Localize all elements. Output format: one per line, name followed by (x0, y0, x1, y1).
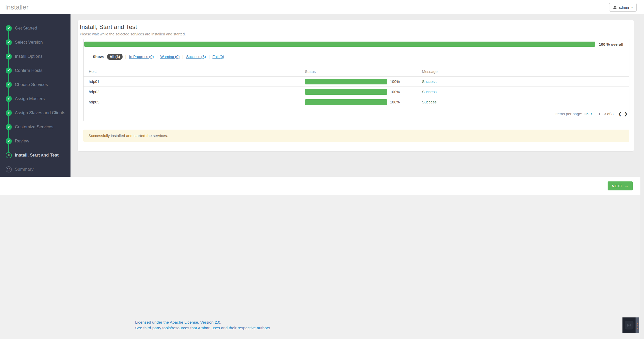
table-row: hdp01 100% Success (84, 76, 629, 87)
host-progress-percent: 100% (390, 79, 400, 84)
filter-item: Warning (0) (154, 55, 179, 59)
host-progress-percent: 100% (390, 90, 400, 94)
scrollbar-track[interactable] (640, 14, 644, 339)
step-status-icon: ✔ (6, 53, 12, 60)
overall-progress-bar (84, 42, 595, 47)
overall-progress-label: 100 % overall (599, 42, 628, 46)
step-label: Summary (15, 167, 34, 172)
host-progress-fill (305, 99, 387, 105)
status-cell: 100% (305, 79, 422, 84)
next-button[interactable]: NEXT → (608, 181, 633, 190)
message-link[interactable]: Success (422, 90, 437, 94)
step-badge: ✔ (7, 111, 10, 115)
step-badge: ✔ (7, 69, 10, 72)
sidebar-step: ✔ Assign Masters (0, 92, 71, 106)
step-label: Confirm Hosts (15, 68, 43, 73)
filter-link[interactable]: Warning (0) (160, 55, 179, 59)
filter-item: Fail (0) (206, 55, 224, 59)
next-button-label: NEXT (612, 184, 622, 188)
message-cell: Success (422, 100, 628, 104)
host-progress-fill (305, 89, 387, 95)
sidebar-step: ✔ Assign Slaves and Clients (0, 106, 71, 120)
step-status-icon: ✔ (6, 96, 12, 102)
caret-down-icon: ▾ (591, 112, 592, 115)
step-label: Assign Slaves and Clients (15, 110, 65, 115)
table-row: hdp02 100% Success (84, 87, 629, 97)
filter-row: Show: All (3) In Progress (0) Warning (0… (84, 51, 629, 62)
message-cell: Success (422, 90, 628, 94)
step-status-icon: ✔ (6, 67, 12, 74)
top-bar: Installer admin ▾ (0, 0, 644, 14)
step-label: Choose Services (15, 82, 48, 87)
step-label: Customize Services (15, 124, 53, 130)
sidebar-step: ✔ Choose Services (0, 78, 71, 92)
host-cell: hdp02 (89, 90, 305, 94)
dot-icon (637, 323, 638, 324)
arrow-right-icon: → (624, 183, 629, 189)
user-menu-button[interactable]: admin ▾ (609, 3, 637, 12)
dot-icon (637, 325, 638, 326)
filter-link[interactable]: Fail (0) (213, 55, 224, 59)
step-badge: ✔ (7, 125, 10, 129)
skip-media-icon (625, 321, 633, 330)
sidebar-step: 9 Install, Start and Test (0, 148, 71, 162)
step-badge: ✔ (7, 40, 10, 44)
dot-icon (637, 328, 638, 329)
page-size-select[interactable]: 25 ▾ (584, 112, 592, 116)
sidebar-step: ✔ Install Options (0, 49, 71, 63)
previous-page-button[interactable]: ❮ (618, 111, 621, 116)
filter-list: All (3) In Progress (0) Warning (0) Succ… (107, 54, 224, 60)
progress-panel: 100 % overall Show: All (3) In Progress … (83, 39, 629, 121)
step-badge: 9 (8, 153, 10, 157)
pip-overlay-widget[interactable] (622, 317, 639, 333)
page-size-value: 25 (584, 112, 589, 116)
page-subtitle: Please wait while the selected services … (80, 32, 634, 36)
step-status-icon: ✔ (6, 39, 12, 45)
filter-caption: Show: (93, 55, 104, 59)
card-header: Install, Start and Test Please wait whil… (78, 20, 634, 36)
success-alert: Successfully installed and started the s… (83, 130, 629, 142)
step-label: Select Version (15, 40, 43, 45)
step-badge: 10 (7, 168, 10, 171)
filter-item: All (3) (107, 54, 123, 60)
user-name: admin (619, 5, 629, 9)
table-header: Host Status Message (84, 62, 629, 76)
pagination-bar: Items per page: 25 ▾ 1 - 3 of 3 ❮ ❯ (84, 107, 629, 120)
caret-down-icon: ▾ (631, 6, 633, 9)
step-status-icon: ✔ (6, 124, 12, 130)
thirdparty-link[interactable]: See third-party tools/resources that Amb… (135, 325, 270, 331)
column-header-host: Host (89, 69, 305, 74)
host-progress-bar (305, 89, 387, 95)
step-label: Install, Start and Test (15, 153, 59, 158)
sidebar-step: ✔ Get Started (0, 21, 71, 35)
step-badge: ✔ (7, 97, 10, 101)
pip-side-strip (636, 317, 639, 333)
message-cell: Success (422, 79, 628, 84)
step-status-icon: ✔ (6, 82, 12, 88)
host-cell: hdp01 (89, 79, 305, 84)
pagination-range: 1 - 3 of 3 (598, 112, 613, 116)
host-progress-bar (305, 79, 387, 84)
filter-link[interactable]: All (3) (107, 54, 123, 60)
filter-link[interactable]: In Progress (0) (129, 55, 154, 59)
status-cell: 100% (305, 89, 422, 95)
message-link[interactable]: Success (422, 79, 437, 84)
next-page-button[interactable]: ❯ (624, 111, 628, 116)
sidebar-step: ✔ Confirm Hosts (0, 63, 71, 78)
host-progress-bar (305, 99, 387, 105)
step-badge: ✔ (7, 54, 10, 58)
page-footer: Licensed under the Apache License, Versi… (135, 319, 270, 331)
step-badge: ✔ (7, 83, 10, 86)
host-cell: hdp03 (89, 100, 305, 104)
table-row: hdp03 100% Success (84, 97, 629, 107)
filter-link[interactable]: Success (3) (186, 55, 206, 59)
step-label: Assign Masters (15, 96, 45, 101)
column-header-message: Message (422, 69, 628, 74)
filter-item: Success (3) (179, 55, 206, 59)
message-link[interactable]: Success (422, 100, 437, 104)
sidebar-step: ✔ Review (0, 134, 71, 148)
step-status-icon: 9 (6, 152, 12, 158)
step-status-icon: ✔ (6, 138, 12, 144)
license-link[interactable]: Licensed under the Apache License, Versi… (135, 319, 270, 325)
page-title: Install, Start and Test (80, 23, 634, 31)
